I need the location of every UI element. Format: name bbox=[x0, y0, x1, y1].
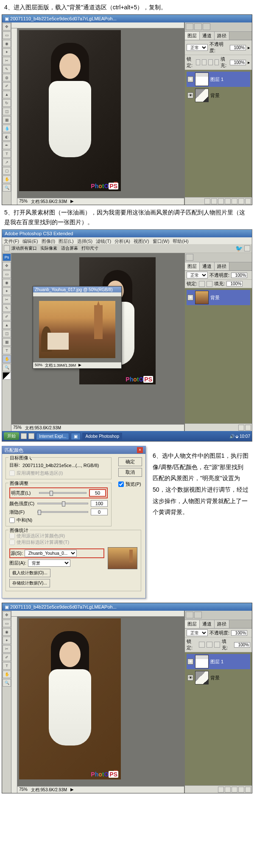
mask-icon[interactable] bbox=[225, 787, 231, 793]
zoom-tool[interactable]: 🔍 bbox=[3, 364, 11, 371]
statusbar-arrow[interactable]: ▶ bbox=[70, 199, 74, 204]
blend-mode-select[interactable]: 正常 bbox=[187, 272, 208, 278]
eyedropper-tool[interactable]: ✎ bbox=[3, 65, 11, 73]
bird-icon[interactable]: 🐦 bbox=[235, 245, 243, 252]
crop-tool[interactable]: ✂ bbox=[3, 57, 11, 64]
util-btn[interactable] bbox=[194, 23, 202, 30]
mask-icon[interactable] bbox=[218, 198, 224, 204]
intensity-slider[interactable] bbox=[37, 503, 88, 504]
menu-file[interactable]: 文件(F) bbox=[4, 238, 19, 243]
opacity-input[interactable] bbox=[231, 273, 247, 278]
move-tool[interactable]: ✥ bbox=[3, 611, 11, 619]
trash-icon[interactable] bbox=[245, 425, 251, 431]
heal-tool[interactable]: ◍ bbox=[3, 74, 11, 81]
shape-tool[interactable]: ▢ bbox=[3, 167, 11, 175]
menu-image[interactable]: 图像(I) bbox=[42, 238, 55, 243]
layer-item[interactable]: 👁 背景 bbox=[187, 88, 250, 103]
tab-layers[interactable]: 图层 bbox=[185, 32, 200, 40]
neutralize-checkbox[interactable] bbox=[9, 517, 15, 523]
lock-icon[interactable] bbox=[199, 281, 205, 287]
dialog-titlebar[interactable]: 匹配颜色 × bbox=[2, 446, 145, 454]
quicklaunch-icon[interactable] bbox=[21, 433, 27, 439]
fade-value[interactable]: 0 bbox=[91, 509, 108, 515]
lock-icon[interactable] bbox=[214, 642, 220, 648]
layer-item[interactable]: 👁 图层 1 bbox=[187, 72, 250, 87]
menu-view[interactable]: 视图(V) bbox=[134, 238, 149, 243]
workspace-icon[interactable] bbox=[244, 245, 250, 251]
util-btn[interactable] bbox=[186, 23, 193, 30]
visibility-icon[interactable]: 👁 bbox=[187, 92, 193, 98]
task-item[interactable]: ▣ bbox=[71, 433, 81, 440]
history-brush-tool[interactable]: ↻ bbox=[3, 99, 11, 107]
blend-mode-select[interactable]: 正常 bbox=[187, 629, 208, 636]
link-icon[interactable] bbox=[204, 198, 210, 204]
adjustment-icon[interactable] bbox=[225, 198, 231, 204]
menu-analysis[interactable]: 分析(A) bbox=[114, 238, 130, 243]
tray-icon[interactable]: 🔊 bbox=[229, 434, 234, 439]
opacity-input[interactable] bbox=[230, 45, 246, 50]
canvas[interactable]: 照片处理网 PhotOPS bbox=[17, 28, 184, 198]
zoom-tool[interactable]: 🔍 bbox=[3, 184, 11, 192]
stamp-tool[interactable]: ▲ bbox=[3, 91, 11, 98]
tab-channels[interactable]: 通道 bbox=[200, 32, 215, 40]
wand-tool[interactable]: ✦ bbox=[3, 287, 11, 295]
crop-tool[interactable]: ✂ bbox=[3, 645, 11, 653]
luminance-value[interactable]: 50 bbox=[89, 489, 106, 497]
eyedropper-tool[interactable]: ✎ bbox=[3, 304, 11, 312]
move-tool[interactable]: ✥ bbox=[3, 262, 11, 270]
gradient-tool[interactable]: ▦ bbox=[3, 338, 11, 346]
tab-paths[interactable]: 路径 bbox=[215, 262, 229, 270]
quicklaunch-icon[interactable] bbox=[28, 433, 34, 439]
util-btn[interactable] bbox=[186, 254, 193, 261]
close-icon[interactable]: × bbox=[137, 447, 143, 453]
stamp-tool[interactable]: ▲ bbox=[3, 321, 11, 329]
canvas[interactable]: 照片处理网 PhotOPS bbox=[17, 617, 184, 786]
tab-channels[interactable]: 通道 bbox=[200, 262, 215, 270]
trash-icon[interactable] bbox=[245, 787, 251, 793]
floating-zoom[interactable]: 50% bbox=[35, 363, 42, 368]
lock-icon[interactable] bbox=[207, 281, 212, 287]
wand-tool[interactable]: ✦ bbox=[3, 48, 11, 56]
blur-tool[interactable]: 💧 bbox=[3, 125, 11, 132]
zoom-tool[interactable]: 🔍 bbox=[3, 679, 11, 687]
dropdown-icon[interactable]: ▸ bbox=[248, 45, 250, 50]
dropdown-icon[interactable]: ▸ bbox=[248, 60, 250, 65]
new-layer-icon[interactable] bbox=[238, 425, 244, 431]
folder-icon[interactable] bbox=[232, 787, 237, 793]
lock-icon[interactable] bbox=[207, 642, 212, 648]
visibility-icon[interactable]: 👁 bbox=[187, 295, 193, 300]
new-layer-icon[interactable] bbox=[238, 198, 244, 204]
util-btn[interactable] bbox=[186, 612, 193, 618]
tray-icon[interactable]: ⬙ bbox=[235, 434, 239, 439]
gradient-tool[interactable]: ▦ bbox=[3, 116, 11, 124]
type-tool[interactable]: T bbox=[3, 347, 11, 354]
lock-move-icon[interactable] bbox=[208, 59, 213, 65]
lock-transparent-icon[interactable] bbox=[196, 59, 201, 65]
floating-titlebar[interactable]: Zhuanb_Youhua_017.jpg @ 50%(RGB/8) bbox=[33, 287, 121, 292]
fx-icon[interactable] bbox=[218, 787, 224, 793]
start-button[interactable]: 开始 bbox=[4, 432, 19, 440]
layer-name[interactable]: 图层 1 bbox=[210, 659, 223, 665]
zoom-level[interactable]: 75% bbox=[13, 425, 22, 431]
menu-window[interactable]: 窗口(W) bbox=[153, 238, 170, 243]
util-btn[interactable] bbox=[194, 612, 202, 618]
menu-select[interactable]: 选择(S) bbox=[77, 238, 93, 243]
util-btn[interactable] bbox=[203, 23, 210, 30]
hand-tool[interactable]: ✋ bbox=[3, 175, 11, 183]
tab-layers[interactable]: 图层 bbox=[185, 262, 200, 270]
ok-button[interactable]: 确定 bbox=[118, 457, 142, 466]
lock-all-icon[interactable] bbox=[215, 59, 219, 65]
wand-tool[interactable]: ✦ bbox=[3, 637, 11, 644]
visibility-icon[interactable]: 👁 bbox=[187, 675, 193, 681]
task-item-active[interactable]: Adobe Photoshop bbox=[82, 433, 122, 440]
intensity-value[interactable]: 100 bbox=[91, 500, 108, 507]
clock[interactable]: 10:07 bbox=[240, 434, 250, 439]
visibility-icon[interactable]: 👁 bbox=[187, 76, 193, 82]
layer-name[interactable]: 图层 1 bbox=[210, 76, 223, 83]
floating-document[interactable]: Zhuanb_Youhua_017.jpg @ 50%(RGB/8) 50% 文… bbox=[33, 286, 122, 369]
hand-tool[interactable]: ✋ bbox=[3, 355, 11, 363]
fill-input[interactable] bbox=[234, 642, 250, 648]
lasso-tool[interactable]: ◉ bbox=[3, 40, 11, 47]
menu-help[interactable]: 帮助(H) bbox=[173, 238, 188, 243]
eraser-tool[interactable]: ◫ bbox=[3, 330, 11, 337]
